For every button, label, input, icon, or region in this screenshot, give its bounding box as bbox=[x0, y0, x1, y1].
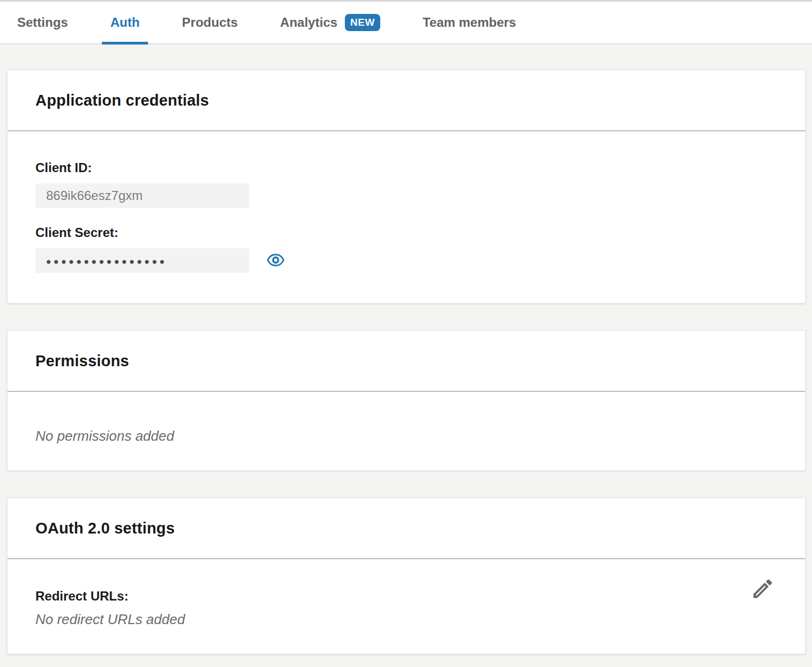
oauth-settings-card: OAuth 2.0 settings Redirect URLs: No red… bbox=[7, 498, 806, 654]
oauth-settings-body: Redirect URLs: No redirect URLs added bbox=[8, 559, 805, 654]
permissions-header: Permissions bbox=[8, 331, 805, 392]
eye-icon bbox=[267, 263, 285, 271]
client-secret-label: Client Secret: bbox=[35, 225, 777, 240]
client-id-label: Client ID: bbox=[35, 160, 777, 175]
tab-auth[interactable]: Auth bbox=[102, 2, 149, 43]
pencil-icon bbox=[750, 595, 775, 603]
tab-analytics[interactable]: Analytics NEW bbox=[271, 2, 389, 43]
reveal-secret-button[interactable] bbox=[267, 251, 285, 269]
permissions-card: Permissions No permissions added bbox=[7, 330, 806, 471]
tab-team-members-label: Team members bbox=[423, 15, 516, 30]
client-secret-row: •••••••••••••••• bbox=[35, 240, 777, 273]
application-credentials-body: Client ID: 869ik66esz7gxm Client Secret:… bbox=[8, 131, 805, 303]
tab-team-members[interactable]: Team members bbox=[414, 2, 525, 43]
tab-settings[interactable]: Settings bbox=[9, 2, 77, 43]
tab-analytics-label: Analytics bbox=[280, 15, 337, 30]
tab-auth-label: Auth bbox=[110, 15, 140, 30]
permissions-empty-message: No permissions added bbox=[35, 428, 777, 444]
client-id-field[interactable]: 869ik66esz7gxm bbox=[35, 183, 249, 208]
redirect-urls-label: Redirect URLs: bbox=[35, 589, 777, 604]
application-credentials-card: Application credentials Client ID: 869ik… bbox=[7, 70, 806, 303]
new-badge: NEW bbox=[345, 14, 380, 31]
tab-products-label: Products bbox=[182, 15, 238, 30]
edit-redirect-urls-button[interactable] bbox=[750, 576, 775, 601]
application-credentials-title: Application credentials bbox=[35, 92, 209, 109]
main-content: Application credentials Client ID: 869ik… bbox=[7, 70, 806, 654]
redirect-urls-empty-message: No redirect URLs added bbox=[35, 611, 777, 628]
tab-bar: Settings Auth Products Analytics NEW Tea… bbox=[0, 0, 812, 45]
application-credentials-header: Application credentials bbox=[8, 70, 805, 131]
tab-products[interactable]: Products bbox=[173, 2, 246, 43]
oauth-settings-title: OAuth 2.0 settings bbox=[35, 520, 175, 537]
tab-settings-label: Settings bbox=[17, 15, 68, 30]
permissions-title: Permissions bbox=[35, 352, 129, 370]
oauth-settings-header: OAuth 2.0 settings bbox=[8, 498, 805, 559]
permissions-body: No permissions added bbox=[8, 392, 805, 470]
client-secret-field[interactable]: •••••••••••••••• bbox=[35, 248, 249, 273]
